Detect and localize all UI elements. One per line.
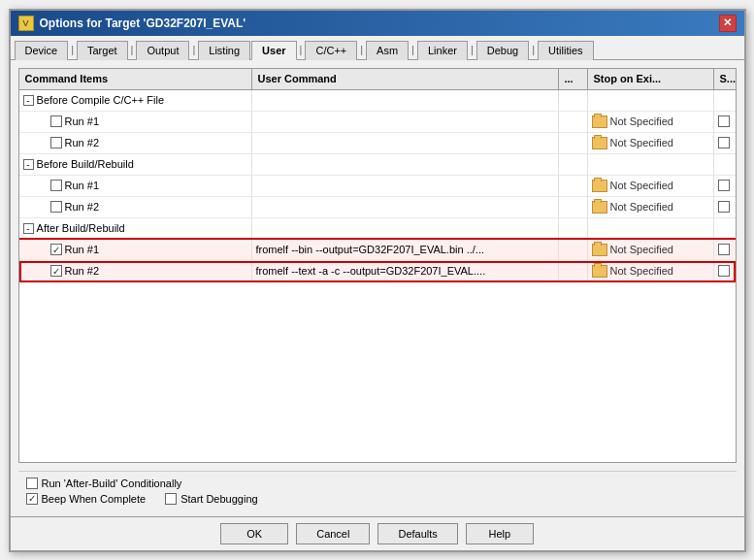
table-body: - Before Compile C/C++ File Run #1 <box>19 90 736 282</box>
run2-dots-compile <box>559 133 588 153</box>
run2-stop-checkbox-build[interactable] <box>718 201 730 213</box>
run2-check-build <box>714 197 736 217</box>
section-before-build: - Before Build/Rebuild <box>19 154 736 176</box>
tab-output[interactable]: Output <box>136 41 189 60</box>
folder-icon[interactable] <box>592 201 607 214</box>
table-header: Command Items User Command ... Stop on E… <box>19 69 736 90</box>
beep-row: Beep When Complete <box>26 493 147 505</box>
tab-linker[interactable]: Linker <box>417 41 468 60</box>
run2-not-specified-compile: Not Specified <box>588 133 714 153</box>
tab-utilities[interactable]: Utilities <box>538 41 593 60</box>
run2-dots-build <box>559 197 588 217</box>
run1-not-specified-after: Not Specified <box>588 240 714 260</box>
run1-checkbox-build[interactable] <box>50 180 62 191</box>
run1-check-after <box>714 240 736 260</box>
bottom-options: Run 'After-Build' Conditionally Beep Whe… <box>18 471 737 509</box>
col-user-command: User Command <box>252 69 559 89</box>
help-button[interactable]: Help <box>466 523 534 544</box>
tab-user[interactable]: User <box>251 41 296 60</box>
folder-icon[interactable] <box>592 265 607 278</box>
section-before-build-label: - Before Build/Rebuild <box>19 154 252 175</box>
close-button[interactable]: ✕ <box>719 15 737 32</box>
run1-command-after[interactable]: fromelf --bin --output=GD32F207I_EVAL.bi… <box>252 240 559 260</box>
col-s: S... <box>714 69 736 89</box>
run2-not-specified-build: Not Specified <box>588 197 714 217</box>
table-row-highlighted-1: Run #1 fromelf --bin --output=GD32F207I_… <box>19 240 736 261</box>
run1-dots-build <box>559 176 588 196</box>
table-row: Run #2 Not Specified <box>19 133 736 154</box>
section-before-compile: - Before Compile C/C++ File <box>19 90 736 112</box>
run1-checkbox-compile[interactable] <box>50 115 62 127</box>
run2-command-compile[interactable] <box>252 133 559 153</box>
col-command-items: Command Items <box>19 69 252 89</box>
run2-label-build: Run #2 <box>19 197 252 217</box>
tab-cpp[interactable]: C/C++ <box>305 41 357 60</box>
table-row: Run #1 Not Specified <box>19 112 736 133</box>
command-table: Command Items User Command ... Stop on E… <box>18 68 737 463</box>
start-debugging-checkbox[interactable] <box>165 493 177 505</box>
run2-dots-after <box>559 261 588 281</box>
table-row: Run #1 Not Specified <box>19 176 736 197</box>
collapse-icon[interactable]: - <box>23 223 34 234</box>
run2-command-after[interactable]: fromelf --text -a -c --output=GD32F207I_… <box>252 261 559 281</box>
run-after-build-row: Run 'After-Build' Conditionally <box>26 478 729 489</box>
run2-checkbox-compile[interactable] <box>50 137 62 148</box>
collapse-icon[interactable]: - <box>23 95 34 106</box>
dialog-title: Options for Target 'GD32F207I_EVAL' <box>40 16 246 30</box>
section-after-build-label: - After Build/Rebuild <box>19 218 252 239</box>
run1-stop-checkbox-compile[interactable] <box>718 115 730 127</box>
start-debugging-row: Start Debugging <box>165 493 258 505</box>
tab-debug[interactable]: Debug <box>476 41 529 60</box>
beep-checkbox[interactable] <box>26 493 38 505</box>
folder-icon[interactable] <box>592 137 607 149</box>
cancel-button[interactable]: Cancel <box>296 523 370 544</box>
run1-command-compile[interactable] <box>252 112 559 132</box>
ok-button[interactable]: OK <box>220 523 288 544</box>
main-content: Command Items User Command ... Stop on E… <box>11 60 744 516</box>
table-row-highlighted-2: Run #2 fromelf --text -a -c --output=GD3… <box>19 261 736 282</box>
run2-check-compile <box>714 133 736 153</box>
table-row: Run #2 Not Specified <box>19 197 736 218</box>
folder-icon[interactable] <box>592 244 607 256</box>
run1-stop-checkbox-build[interactable] <box>718 180 730 191</box>
run1-not-specified-build: Not Specified <box>588 176 714 196</box>
run-after-build-checkbox[interactable] <box>26 478 38 489</box>
run2-label-after: Run #2 <box>19 261 252 281</box>
run1-label-compile: Run #1 <box>19 112 252 132</box>
run2-not-specified-after: Not Specified <box>588 261 714 281</box>
tab-asm[interactable]: Asm <box>366 41 409 60</box>
tab-bar: Device | Target | Output | Listing User … <box>11 36 744 60</box>
run2-label-compile: Run #2 <box>19 133 252 153</box>
buttons-bar: OK Cancel Defaults Help <box>11 516 744 550</box>
col-dots: ... <box>559 69 588 89</box>
defaults-button[interactable]: Defaults <box>377 523 457 544</box>
title-bar-left: V Options for Target 'GD32F207I_EVAL' <box>18 16 246 31</box>
tab-listing[interactable]: Listing <box>198 41 250 60</box>
run1-checkbox-after[interactable] <box>50 244 62 255</box>
run2-checkbox-build[interactable] <box>50 201 62 213</box>
run1-label-after: Run #1 <box>19 240 252 260</box>
run1-command-build[interactable] <box>252 176 559 196</box>
run2-stop-checkbox-after[interactable] <box>718 265 730 277</box>
run2-command-build[interactable] <box>252 197 559 217</box>
folder-icon[interactable] <box>592 115 607 128</box>
tab-device[interactable]: Device <box>15 41 69 60</box>
run2-checkbox-after[interactable] <box>50 265 62 277</box>
run1-not-specified-compile: Not Specified <box>588 112 714 132</box>
run1-check-build <box>714 176 736 196</box>
run2-check-after <box>714 261 736 281</box>
dialog: V Options for Target 'GD32F207I_EVAL' ✕ … <box>9 9 746 552</box>
collapse-icon[interactable]: - <box>23 159 34 170</box>
run1-check-compile <box>714 112 736 132</box>
app-icon: V <box>18 16 34 31</box>
run2-stop-checkbox-compile[interactable] <box>718 137 730 148</box>
tab-target[interactable]: Target <box>77 41 128 60</box>
run1-dots-compile <box>559 112 588 132</box>
section-after-build: - After Build/Rebuild <box>19 218 736 240</box>
run1-label-build: Run #1 <box>19 176 252 196</box>
run1-stop-checkbox-after[interactable] <box>718 244 730 255</box>
run1-dots-after <box>559 240 588 260</box>
bottom-row2: Beep When Complete Start Debugging <box>26 493 729 505</box>
folder-icon[interactable] <box>592 180 607 192</box>
col-stop-on-exit: Stop on Exi... <box>588 69 714 89</box>
